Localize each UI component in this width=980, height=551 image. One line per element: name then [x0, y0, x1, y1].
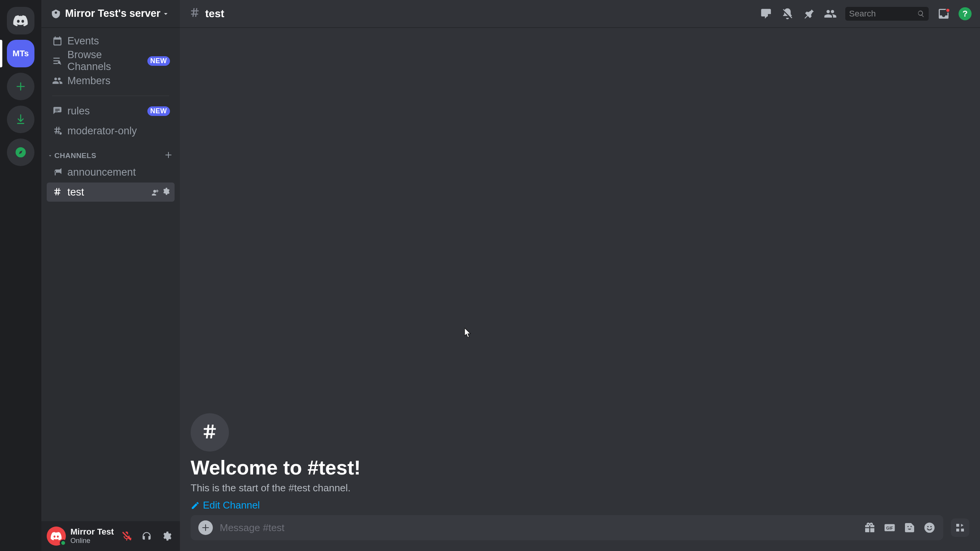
edit-channel-link[interactable]: Edit Channel	[191, 499, 969, 511]
search-input[interactable]	[849, 9, 917, 19]
events-label: Events	[67, 35, 170, 47]
calendar-icon	[51, 35, 64, 47]
user-name: Mirror Test	[70, 527, 119, 537]
moderator-channel-item[interactable]: moderator-only	[47, 121, 175, 140]
mute-button[interactable]	[119, 528, 135, 544]
attach-button[interactable]	[198, 520, 213, 535]
moderator-label: moderator-only	[67, 125, 170, 137]
members-label: Members	[67, 75, 170, 87]
chat-header: test ?	[180, 0, 980, 28]
pencil-icon	[191, 501, 200, 510]
chevron-down-icon	[47, 153, 53, 158]
message-input[interactable]	[220, 522, 856, 534]
user-actions	[119, 528, 175, 544]
sticker-button[interactable]	[903, 522, 916, 534]
add-server-button[interactable]	[7, 73, 34, 100]
channel-title: test	[205, 8, 224, 20]
server-boost-icon	[51, 9, 60, 18]
edit-channel-label: Edit Channel	[203, 499, 260, 511]
hash-icon	[51, 186, 64, 198]
members-icon	[51, 75, 64, 87]
gear-icon	[161, 531, 172, 541]
gift-icon	[864, 522, 876, 534]
member-list-button[interactable]	[824, 7, 837, 20]
download-icon	[15, 113, 27, 126]
announcement-label: announcement	[67, 166, 170, 178]
channel-sidebar: Mirror Test's server Events Browse Chann…	[41, 0, 180, 551]
rules-icon	[51, 105, 64, 117]
svg-point-4	[927, 526, 928, 527]
user-info[interactable]: Mirror Test Online	[70, 527, 119, 545]
user-panel: Mirror Test Online	[41, 521, 180, 551]
invite-people-icon[interactable]	[151, 187, 159, 197]
plus-icon	[15, 80, 27, 93]
server-name: Mirror Test's server	[65, 8, 162, 20]
apps-icon	[954, 522, 966, 533]
announcement-channel-item[interactable]: announcement	[47, 163, 175, 182]
user-status: Online	[70, 537, 119, 545]
events-item[interactable]: Events	[47, 31, 175, 51]
announcement-icon	[51, 166, 64, 178]
welcome-block: Welcome to #test! This is the start of t…	[191, 413, 969, 511]
pinned-button[interactable]	[802, 7, 815, 20]
server-item-active[interactable]: MTs	[7, 40, 34, 67]
explore-servers-button[interactable]	[7, 139, 34, 166]
status-indicator	[60, 540, 67, 546]
server-header[interactable]: Mirror Test's server	[41, 0, 180, 28]
gif-icon: GIF	[884, 522, 896, 534]
composer-row: GIF	[191, 515, 969, 540]
gift-button[interactable]	[864, 522, 876, 534]
apps-button[interactable]	[951, 518, 969, 537]
members-item[interactable]: Members	[47, 71, 175, 90]
user-settings-button[interactable]	[158, 528, 175, 544]
mic-muted-icon	[121, 531, 132, 541]
gif-button[interactable]: GIF	[884, 522, 896, 534]
welcome-title: Welcome to #test!	[191, 456, 969, 479]
user-avatar-button[interactable]	[47, 527, 66, 546]
search-box[interactable]	[845, 7, 929, 21]
browse-icon	[51, 55, 64, 67]
threads-icon	[760, 7, 773, 20]
direct-messages-button[interactable]	[7, 7, 34, 34]
channel-welcome-icon	[191, 413, 229, 452]
channel-list: Events Browse Channels NEW Members rules…	[41, 28, 180, 521]
emoji-icon	[923, 522, 936, 534]
new-badge: NEW	[147, 106, 170, 116]
category-label: CHANNELS	[53, 152, 164, 160]
category-header-channels[interactable]: CHANNELS	[47, 141, 175, 162]
discord-logo-icon	[13, 15, 28, 26]
message-composer[interactable]: GIF	[191, 515, 943, 540]
create-channel-button[interactable]	[164, 150, 173, 161]
emoji-button[interactable]	[923, 522, 936, 534]
edit-channel-icon[interactable]	[162, 187, 170, 197]
notifications-button[interactable]	[781, 7, 794, 20]
headphones-icon	[141, 531, 152, 541]
server-initials: MTs	[13, 49, 29, 59]
separator	[52, 96, 169, 96]
shield-hash-icon	[51, 125, 64, 137]
new-badge: NEW	[147, 56, 170, 66]
chat-toolbar: ?	[760, 7, 972, 21]
main-content: test ? Welcome to #test!	[180, 0, 980, 551]
compass-icon	[15, 146, 27, 158]
composer-actions: GIF	[864, 522, 936, 534]
rules-channel-item[interactable]: rules NEW	[47, 101, 175, 121]
chevron-down-icon	[162, 10, 170, 18]
browse-label: Browse Channels	[67, 49, 147, 73]
download-apps-button[interactable]	[7, 106, 34, 133]
pin-icon	[802, 7, 815, 20]
bell-muted-icon	[781, 7, 794, 20]
help-button[interactable]: ?	[959, 7, 972, 20]
test-channel-item[interactable]: test	[47, 183, 175, 202]
server-list: MTs	[0, 0, 41, 551]
inbox-button[interactable]	[937, 7, 950, 20]
deafen-button[interactable]	[139, 528, 155, 544]
plus-icon	[201, 523, 211, 533]
people-icon	[824, 7, 837, 20]
svg-text:GIF: GIF	[886, 526, 893, 530]
threads-button[interactable]	[760, 7, 773, 20]
chat-body: Welcome to #test! This is the start of t…	[180, 28, 980, 551]
question-mark-icon: ?	[962, 9, 967, 19]
welcome-subtitle: This is the start of the #test channel.	[191, 482, 969, 494]
browse-channels-item[interactable]: Browse Channels NEW	[47, 51, 175, 70]
